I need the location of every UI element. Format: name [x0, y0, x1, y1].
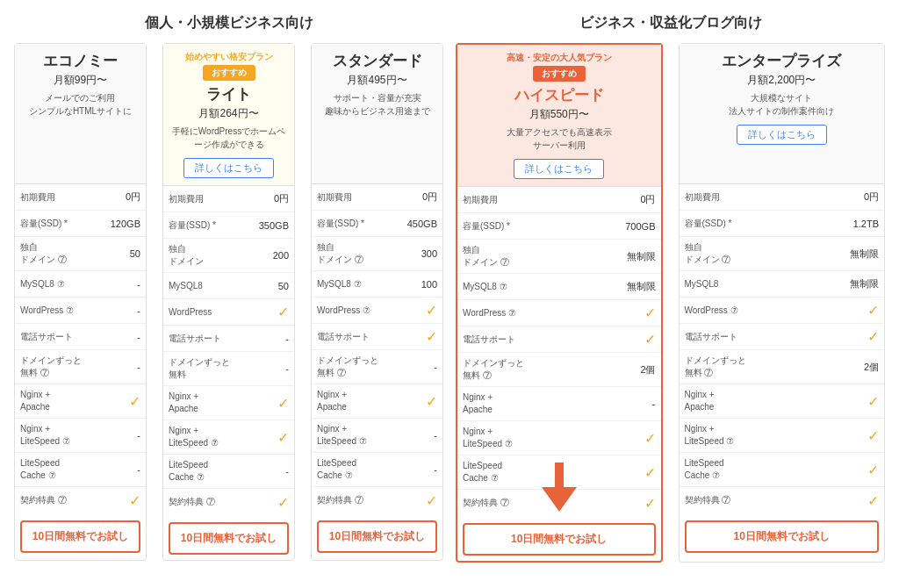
feature-label-standard-8: Nginx + LiteSpeed ⑦: [317, 423, 383, 448]
feature-value-highspeed-3: 無制限: [568, 280, 656, 293]
feature-row-highspeed-3: MySQL8 ⑦無制限: [457, 274, 661, 300]
plan-col-enterprise: エンタープライズ月額2,200円〜大規模なサイト 法人サイトの制作案件向け詳しく…: [679, 43, 886, 563]
feature-label-standard-10: 契約特典 ⑦: [317, 494, 383, 506]
feature-value-enterprise-3: 無制限: [790, 277, 879, 290]
feature-label-economy-2: 独自 ドメイン ⑦: [20, 241, 86, 266]
feature-row-enterprise-8: Nginx + LiteSpeed ⑦✓: [680, 419, 885, 453]
feature-value-lite-10: ✓: [234, 494, 289, 511]
detail-btn-enterprise[interactable]: 詳しくはこちら: [737, 125, 827, 145]
feature-row-lite-3: MySQL850: [163, 273, 294, 299]
feature-label-lite-8: Nginx + LiteSpeed ⑦: [169, 425, 234, 449]
feature-row-highspeed-5: 電話サポート✓: [457, 326, 661, 353]
feature-row-economy-7: Nginx + Apache✓: [15, 384, 146, 419]
plan-desc-standard: サポート・容量が充実 趣味からビジネス用途まで: [325, 91, 430, 118]
plan-name-economy: エコノミー: [43, 51, 118, 71]
feature-value-standard-2: 300: [383, 248, 437, 259]
detail-btn-lite[interactable]: 詳しくはこちら: [183, 158, 274, 178]
feature-label-economy-8: Nginx + LiteSpeed ⑦: [20, 423, 86, 448]
feature-rows-highspeed: 初期費用0円容量(SSD) *700GB独自 ドメイン ⑦無制限MySQL8 ⑦…: [457, 187, 661, 516]
feature-label-enterprise-0: 初期費用: [685, 191, 791, 204]
section-1: ビジネス・収益化ブログ向け高速・安定の大人気プランおすすめハイスピード月額550…: [456, 14, 885, 563]
feature-value-lite-2: 200: [234, 250, 289, 261]
feature-row-enterprise-6: ドメインずっと 無料 ⑦2個: [680, 350, 885, 384]
feature-value-economy-5: -: [86, 332, 140, 342]
feature-value-standard-3: 100: [383, 279, 437, 290]
feature-row-standard-7: Nginx + Apache✓: [312, 384, 442, 419]
feature-value-highspeed-2: 無制限: [568, 250, 656, 263]
feature-row-standard-4: WordPress ⑦✓: [312, 298, 442, 324]
trial-btn-lite[interactable]: 10日間無料でお試し: [169, 522, 289, 555]
feature-label-standard-6: ドメインずっと 無料 ⑦: [317, 355, 383, 379]
feature-row-lite-4: WordPress✓: [163, 299, 294, 326]
feature-label-lite-10: 契約特典 ⑦: [169, 496, 234, 508]
plan-col-wrapper-highspeed: 高速・安定の大人気プランおすすめハイスピード月額550円〜大量アクセスでも高速表…: [456, 43, 663, 563]
feature-label-highspeed-1: 容量(SSD) *: [463, 220, 568, 233]
feature-label-enterprise-4: WordPress ⑦: [685, 305, 791, 317]
feature-row-lite-1: 容量(SSD) *350GB: [163, 212, 294, 239]
feature-value-enterprise-2: 無制限: [790, 247, 879, 261]
feature-value-enterprise-4: ✓: [790, 302, 879, 319]
feature-label-standard-3: MySQL8 ⑦: [317, 278, 383, 290]
section-title-0: 個人・小規模ビジネス向け: [145, 14, 313, 32]
feature-value-standard-9: -: [383, 464, 437, 475]
feature-label-standard-7: Nginx + Apache: [317, 389, 383, 413]
feature-row-economy-10: 契約特典 ⑦✓: [15, 487, 146, 513]
plan-col-wrapper-enterprise: エンタープライズ月額2,200円〜大規模なサイト 法人サイトの制作案件向け詳しく…: [679, 43, 886, 563]
trial-btn-standard[interactable]: 10日間無料でお試し: [317, 520, 437, 553]
feature-label-lite-2: 独自 ドメイン: [169, 243, 234, 268]
feature-row-lite-7: Nginx + Apache✓: [163, 386, 294, 420]
feature-value-standard-10: ✓: [383, 492, 437, 509]
feature-label-enterprise-6: ドメインずっと 無料 ⑦: [685, 355, 791, 379]
feature-label-highspeed-9: LiteSpeed Cache ⑦: [463, 460, 568, 484]
trial-btn-enterprise[interactable]: 10日間無料でお試し: [685, 520, 880, 553]
feature-value-standard-1: 450GB: [383, 219, 437, 229]
plan-price-economy: 月額99円〜: [54, 73, 107, 88]
plan-name-enterprise: エンタープライズ: [722, 51, 841, 71]
feature-value-lite-0: 0円: [234, 192, 289, 205]
feature-value-economy-8: -: [86, 430, 140, 441]
plan-name-lite: ライト: [206, 84, 251, 104]
feature-row-enterprise-7: Nginx + Apache✓: [680, 384, 885, 419]
feature-label-economy-1: 容量(SSD) *: [20, 218, 86, 230]
feature-row-economy-6: ドメインずっと 無料 ⑦-: [15, 350, 146, 384]
feature-label-economy-7: Nginx + Apache: [20, 389, 86, 413]
feature-value-highspeed-5: ✓: [568, 331, 656, 348]
plan-col-gap: [668, 43, 673, 563]
feature-rows-enterprise: 初期費用0円容量(SSD) *1.2TB独自 ドメイン ⑦無制限MySQL8無制…: [680, 184, 885, 513]
plan-col-wrapper-lite: 始めやすい格安プランおすすめライト月額264円〜手軽にWordPressでホーム…: [162, 43, 295, 561]
trial-btn-highspeed[interactable]: 10日間無料でお試し: [463, 523, 656, 556]
trial-btn-economy[interactable]: 10日間無料でお試し: [20, 520, 140, 553]
feature-value-standard-6: -: [383, 362, 437, 372]
feature-label-enterprise-9: LiteSpeed Cache ⑦: [685, 457, 791, 482]
feature-row-economy-4: WordPress ⑦-: [15, 298, 146, 324]
feature-label-enterprise-7: Nginx + Apache: [685, 389, 791, 413]
feature-row-enterprise-10: 契約特典 ⑦✓: [680, 487, 885, 513]
plan-desc-lite: 手軽にWordPressでホームページ作成ができる: [170, 125, 287, 151]
feature-value-economy-6: -: [86, 362, 140, 372]
feature-value-highspeed-8: ✓: [568, 430, 656, 447]
plan-badge-highspeed: おすすめ: [533, 66, 586, 82]
section-gap: [443, 14, 456, 563]
feature-row-lite-6: ドメインずっと 無料-: [163, 352, 294, 386]
feature-value-economy-1: 120GB: [86, 219, 140, 229]
feature-row-lite-0: 初期費用0円: [163, 186, 294, 212]
feature-label-lite-7: Nginx + Apache: [169, 391, 234, 415]
plan-col-lite: 始めやすい格安プランおすすめライト月額264円〜手軽にWordPressでホーム…: [162, 43, 295, 561]
feature-label-lite-4: WordPress: [169, 306, 234, 319]
plan-header-standard: スタンダード月額495円〜サポート・容量が充実 趣味からビジネス用途まで: [312, 44, 442, 184]
feature-label-highspeed-2: 独自 ドメイン ⑦: [463, 244, 568, 269]
feature-row-standard-3: MySQL8 ⑦100: [312, 271, 442, 298]
feature-row-standard-9: LiteSpeed Cache ⑦-: [312, 453, 442, 487]
feature-value-economy-2: 50: [86, 248, 140, 259]
feature-row-highspeed-9: LiteSpeed Cache ⑦✓: [457, 455, 661, 490]
feature-label-economy-5: 電話サポート: [20, 331, 86, 343]
feature-label-standard-5: 電話サポート: [317, 331, 383, 343]
feature-row-lite-8: Nginx + LiteSpeed ⑦✓: [163, 420, 294, 455]
plan-col-highspeed: 高速・安定の大人気プランおすすめハイスピード月額550円〜大量アクセスでも高速表…: [456, 43, 663, 563]
plan-col-wrapper-economy: エコノミー月額99円〜メールでのご利用 シンプルなHTMLサイトに初期費用0円容…: [14, 43, 147, 561]
feature-row-lite-5: 電話サポート-: [163, 326, 294, 352]
feature-value-enterprise-10: ✓: [790, 492, 879, 509]
feature-value-enterprise-8: ✓: [790, 427, 879, 444]
detail-btn-highspeed[interactable]: 詳しくはこちら: [514, 159, 604, 179]
plan-desc-enterprise: 大規模なサイト 法人サイトの制作案件向け: [729, 91, 834, 118]
